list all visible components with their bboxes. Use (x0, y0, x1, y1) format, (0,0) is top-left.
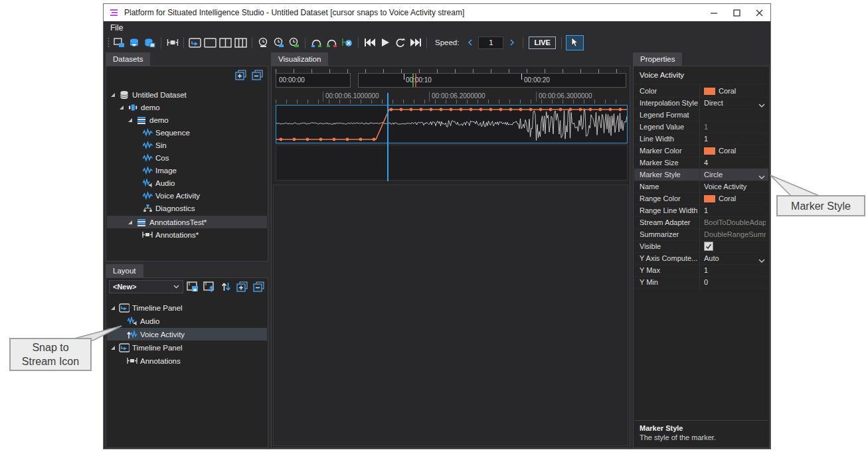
property-value[interactable]: 4 (704, 157, 766, 169)
cursor-mode-button[interactable] (566, 35, 584, 50)
property-value[interactable]: Direct (704, 97, 766, 109)
insert-instant-panel-icon[interactable] (203, 35, 217, 50)
live-button[interactable]: LIVE (529, 37, 555, 49)
collapse-all-icon[interactable] (250, 68, 265, 82)
save-layout-as-icon[interactable] (202, 280, 217, 293)
snap-to-stream-icon[interactable] (127, 330, 137, 339)
move-to-selection-end-icon[interactable] (408, 35, 422, 50)
expand-all-icon[interactable] (234, 68, 248, 82)
navigator-segment-1[interactable]: 00:00:00 (276, 73, 351, 88)
tree-item-audio[interactable]: Audio (107, 177, 267, 189)
property-value[interactable]: 1 (704, 264, 766, 276)
insert-2cell-panel-icon[interactable] (218, 35, 232, 50)
property-row-stream-adapter[interactable]: Stream Adapter BoolToDoubleAdapt... (634, 216, 768, 229)
minimize-button[interactable] (703, 4, 725, 21)
property-row-legend-value[interactable]: Legend Value 1 (634, 121, 768, 133)
expander-icon[interactable] (127, 219, 133, 226)
tree-item-untitled-dataset[interactable]: Untitled Dataset (107, 88, 267, 101)
chevron-down-icon[interactable] (758, 173, 765, 181)
color-swatch[interactable] (704, 195, 715, 202)
create-store-icon[interactable] (112, 35, 126, 50)
property-row-line-width[interactable]: Line Width 1 (634, 133, 768, 145)
tree-item-annotations[interactable]: Annotations* (107, 228, 267, 241)
tab-layout[interactable]: Layout (106, 264, 143, 277)
expand-all-icon[interactable] (235, 280, 250, 293)
session-time-icon[interactable] (272, 35, 286, 50)
absolute-time-icon[interactable] (256, 35, 270, 50)
property-value[interactable]: Coral (704, 192, 766, 204)
speed-input[interactable]: 1 (478, 37, 503, 49)
toolbar-grip[interactable] (106, 35, 111, 50)
relative-time-icon[interactable] (287, 35, 301, 50)
property-row-color[interactable]: Color Coral (634, 85, 768, 98)
property-value[interactable]: Auto (704, 252, 766, 264)
annotations-timeline-panel[interactable] (276, 145, 628, 181)
maximize-button[interactable] (725, 4, 748, 21)
tree-item-voice-activity[interactable]: Voice Activity (107, 189, 267, 202)
tree-item-annotationstest[interactable]: AnnotationsTest* (107, 216, 267, 228)
tree-item-cos[interactable]: Cos (107, 151, 267, 164)
layout-item-voice-activity[interactable]: Voice Activity (107, 328, 267, 341)
chevron-down-icon[interactable] (758, 101, 765, 109)
chevron-down-icon[interactable] (758, 256, 765, 264)
expander-icon[interactable] (127, 117, 133, 123)
save-store-icon[interactable] (143, 35, 157, 50)
reorder-panels-icon[interactable] (218, 280, 233, 293)
property-row-y-axis-compute[interactable]: Y Axis Compute... Auto (634, 252, 768, 265)
property-row-interpolation-style[interactable]: Interpolation Style Direct (634, 97, 768, 110)
navigator-segment-2[interactable]: 00:00:10 00:00:20 (358, 73, 626, 88)
property-value[interactable]: 0 (704, 276, 766, 288)
timeline-cursor[interactable] (387, 93, 389, 181)
speed-decrease-button[interactable] (463, 35, 477, 50)
tree-item-demo-session[interactable]: demo (107, 114, 267, 126)
property-row-range-color[interactable]: Range Color Coral (634, 192, 768, 205)
tree-item-sequence[interactable]: Sequence (107, 126, 267, 139)
tab-datasets[interactable]: Datasets (106, 52, 150, 66)
expander-icon[interactable] (110, 344, 116, 351)
insert-3cell-panel-icon[interactable] (234, 35, 248, 50)
property-value[interactable]: Coral (704, 145, 766, 157)
close-button[interactable] (748, 4, 770, 21)
tree-item-image[interactable]: Image (107, 164, 267, 177)
audio-timeline-panel[interactable] (276, 105, 628, 143)
layout-preset-select[interactable]: <New> (109, 280, 183, 293)
open-stream-icon[interactable] (165, 35, 179, 50)
save-layout-icon[interactable] (185, 280, 200, 293)
menu-file[interactable]: File (104, 23, 130, 33)
insert-timeline-panel-icon[interactable] (188, 35, 202, 50)
layout-item-annotations[interactable]: Annotations (107, 354, 267, 367)
color-swatch[interactable] (704, 147, 715, 155)
color-swatch[interactable] (704, 88, 715, 95)
layout-item-timeline-panel-1[interactable]: Timeline Panel (107, 301, 267, 314)
visible-checkbox[interactable] (704, 242, 713, 251)
speed-increase-button[interactable] (505, 35, 519, 50)
tab-properties[interactable]: Properties (633, 52, 682, 66)
collapse-all-icon[interactable] (252, 280, 266, 293)
property-value[interactable]: Circle (704, 169, 766, 181)
tree-item-demo-partition[interactable]: demo (107, 101, 267, 114)
property-row-y-max[interactable]: Y Max 1 (634, 264, 768, 277)
property-row-range-line-width[interactable]: Range Line Width 1 (634, 204, 768, 217)
expander-icon[interactable] (118, 104, 125, 111)
empty-canvas-area[interactable] (273, 185, 628, 446)
property-value[interactable]: 1 (704, 204, 766, 216)
tree-item-sin[interactable]: Sin (107, 139, 267, 151)
property-row-legend-format[interactable]: Legend Format (634, 109, 768, 121)
timeline-ruler[interactable]: 00:00:06.1000000 00:00:06.2000000 00:00:… (272, 90, 630, 104)
property-row-visible[interactable]: Visible (634, 240, 768, 253)
layout-item-timeline-panel-2[interactable]: Timeline Panel (107, 341, 267, 354)
move-to-selection-start-icon[interactable] (363, 35, 377, 50)
property-row-marker-style[interactable]: Marker Style Circle (634, 169, 768, 181)
play-pause-icon[interactable] (378, 35, 392, 50)
property-row-summarizer[interactable]: Summarizer DoubleRangeSumm... (634, 228, 768, 241)
expander-icon[interactable] (110, 305, 116, 311)
tree-item-diagnostics[interactable]: Diagnostics (107, 202, 267, 214)
expander-icon[interactable] (110, 92, 116, 98)
clear-selection-icon[interactable] (340, 35, 354, 50)
property-row-marker-size[interactable]: Marker Size 4 (634, 157, 768, 169)
layout-item-audio[interactable]: Audio (107, 315, 267, 327)
property-value[interactable]: Voice Activity (704, 181, 766, 192)
property-value[interactable]: 1 (704, 133, 766, 145)
open-store-icon[interactable] (128, 35, 141, 50)
property-value[interactable] (704, 109, 766, 121)
